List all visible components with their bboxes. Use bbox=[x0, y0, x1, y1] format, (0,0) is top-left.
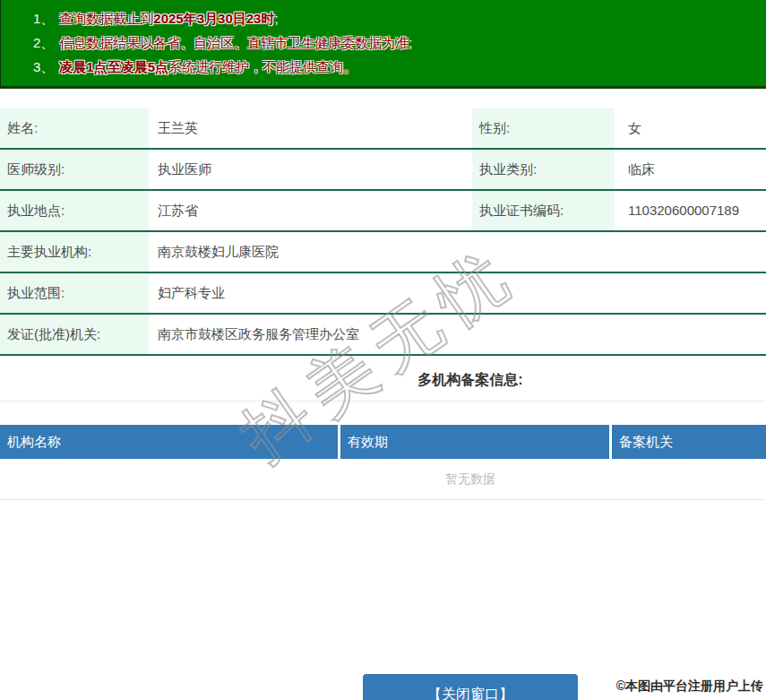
practice-scope-label: 执业范围: bbox=[0, 273, 149, 313]
practice-category-label: 执业类别: bbox=[472, 150, 615, 189]
table-row-main-institution: 主要执业机构: 南京鼓楼妇儿康医院 bbox=[0, 232, 766, 273]
upload-stamp: ©本图由平台注册用户上传 bbox=[616, 678, 763, 695]
close-window-button[interactable]: 【关闭窗口】 bbox=[363, 674, 578, 700]
notice-line-3-number: 3、 bbox=[33, 59, 54, 74]
notice-line-3-text: 凌晨1点至凌晨5点系统进行维护，不能提供查询。 bbox=[59, 59, 357, 74]
notice-line-2-text: 信息数据结果以各省、自治区、直辖市卫生健康委数据为准 bbox=[59, 35, 409, 50]
doctor-level-value: 执业医师 bbox=[149, 150, 472, 189]
no-data-row: 暂无数据 bbox=[0, 459, 766, 500]
practice-location-label: 执业地点: bbox=[0, 191, 149, 230]
table-row-location-license: 执业地点: 江苏省 执业证书编码: 110320600007189 bbox=[0, 191, 766, 232]
column-header-validity-period: 有效期 bbox=[340, 425, 609, 459]
practice-category-value: 临床 bbox=[615, 150, 766, 189]
table-row-practice-scope: 执业范围: 妇产科专业 bbox=[0, 273, 766, 315]
notice-line-1-tail: ; bbox=[274, 11, 278, 26]
records-table-header: 机构名称 有效期 备案机关 bbox=[0, 425, 766, 459]
name-label: 姓名: bbox=[0, 108, 149, 148]
issuing-authority-label: 发证(批准)机关: bbox=[0, 315, 149, 354]
notice-line-1-number: 1、 bbox=[33, 11, 54, 26]
license-number-value: 110320600007189 bbox=[615, 191, 766, 230]
gender-label: 性别: bbox=[472, 108, 615, 148]
practice-location-value: 江苏省 bbox=[149, 191, 472, 230]
multi-institution-section-title: 多机构备案信息: bbox=[0, 370, 766, 389]
notice-line-2-number: 2、 bbox=[33, 35, 54, 50]
notice-line-1: 1、查询数据截止到2025年3月30日23时; bbox=[33, 6, 766, 30]
doctor-level-label: 医师级别: bbox=[0, 150, 149, 189]
notice-line-1-text: 查询数据截止到2025年3月30日23时 bbox=[59, 11, 274, 26]
column-header-record-authority: 备案机关 bbox=[612, 425, 766, 459]
notice-line-2: 2、信息数据结果以各省、自治区、直辖市卫生健康委数据为准; bbox=[33, 30, 766, 55]
physician-info-table: 姓名: 王兰英 性别: 女 医师级别: 执业医师 执业类别: 临床 执业地点: … bbox=[0, 108, 766, 356]
license-number-label: 执业证书编码: bbox=[472, 191, 615, 230]
notice-banner: 1、查询数据截止到2025年3月30日23时; 2、信息数据结果以各省、自治区、… bbox=[0, 0, 766, 89]
column-header-institution-name: 机构名称 bbox=[0, 425, 338, 459]
name-value: 王兰英 bbox=[149, 108, 472, 148]
issuing-authority-value: 南京市鼓楼区政务服务管理办公室 bbox=[149, 315, 766, 354]
table-row-level-category: 医师级别: 执业医师 执业类别: 临床 bbox=[0, 150, 766, 191]
table-row-name-gender: 姓名: 王兰英 性别: 女 bbox=[0, 108, 766, 150]
table-row-issuing-authority: 发证(批准)机关: 南京市鼓楼区政务服务管理办公室 bbox=[0, 315, 766, 356]
gender-value: 女 bbox=[615, 108, 766, 148]
notice-line-3: 3、凌晨1点至凌晨5点系统进行维护，不能提供查询。 bbox=[33, 55, 766, 79]
practice-scope-value: 妇产科专业 bbox=[149, 273, 766, 313]
query-result-window: 1、查询数据截止到2025年3月30日23时; 2、信息数据结果以各省、自治区、… bbox=[0, 0, 766, 700]
main-institution-value: 南京鼓楼妇儿康医院 bbox=[149, 232, 766, 272]
notice-line-2-tail: ; bbox=[409, 35, 412, 50]
section-divider bbox=[0, 401, 766, 402]
main-institution-label: 主要执业机构: bbox=[0, 232, 149, 272]
page: 1、查询数据截止到2025年3月30日23时; 2、信息数据结果以各省、自治区、… bbox=[0, 0, 766, 700]
